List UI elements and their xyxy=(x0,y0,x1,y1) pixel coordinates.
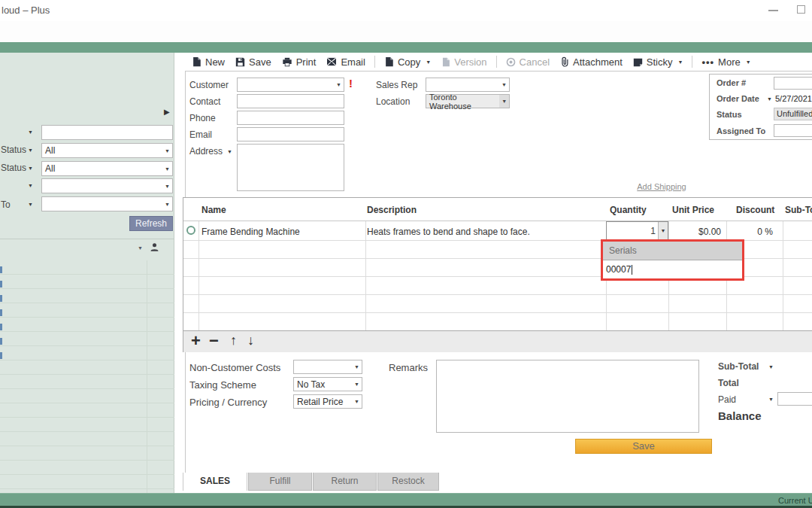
pricing-currency-select[interactable]: Retail Price▼ xyxy=(293,394,362,409)
taxing-scheme-select[interactable]: No Tax▼ xyxy=(293,377,362,391)
tab-fulfill[interactable]: Fulfill xyxy=(248,473,312,491)
list-item-text-fragment xyxy=(0,324,2,330)
list-item[interactable] xyxy=(0,432,174,446)
printer-icon xyxy=(282,57,292,67)
filter5-label-dropdown-icon[interactable]: ▼ xyxy=(28,202,33,207)
chevron-down-icon: ▼ xyxy=(162,166,172,172)
list-item[interactable] xyxy=(0,260,174,275)
refresh-button[interactable]: Refresh xyxy=(129,216,173,231)
quantity-cell[interactable]: 1 ▼ xyxy=(606,221,668,240)
filter3-value: All xyxy=(45,163,55,174)
phone-input[interactable] xyxy=(237,111,344,125)
tab-restock[interactable]: Restock xyxy=(377,473,439,491)
filter3-select[interactable]: All▼ xyxy=(41,161,173,176)
list-item[interactable] xyxy=(0,346,174,360)
serial-number-input[interactable]: 00007 xyxy=(603,260,742,278)
remove-row-icon[interactable]: − xyxy=(209,331,219,351)
tab-return[interactable]: Return xyxy=(313,473,377,491)
list-item[interactable] xyxy=(0,318,174,332)
item-name[interactable]: Frame Bending Machine xyxy=(201,227,300,237)
order-save-button[interactable]: Save xyxy=(575,439,712,454)
save-button[interactable]: Save xyxy=(235,56,271,68)
taxing-scheme-label: Taxing Scheme xyxy=(189,379,256,391)
item-discount[interactable]: 0 % xyxy=(726,227,773,237)
list-item[interactable] xyxy=(0,461,174,475)
non-customer-costs-select[interactable]: ▼ xyxy=(293,360,362,374)
list-item[interactable] xyxy=(0,303,174,318)
sort-dropdown-icon[interactable]: ▼ xyxy=(138,245,143,251)
tab-sales[interactable]: SALES xyxy=(183,473,247,491)
copy-button[interactable]: Copy ▼ xyxy=(384,56,431,68)
cancel-button[interactable]: Cancel xyxy=(506,56,550,68)
serials-popup: Serials 00007 xyxy=(601,239,744,281)
filter4-label-dropdown-icon[interactable]: ▼ xyxy=(28,183,33,188)
filter2-label: Status xyxy=(1,144,26,155)
filter5-select[interactable]: ▼ xyxy=(41,196,173,211)
list-item[interactable] xyxy=(0,403,174,418)
new-button[interactable]: New xyxy=(192,56,225,68)
list-item[interactable] xyxy=(0,389,174,403)
address-dropdown-icon[interactable]: ▼ xyxy=(227,149,232,154)
filter1-input[interactable] xyxy=(41,125,173,140)
filter4-select[interactable]: ▼ xyxy=(41,178,173,193)
order-date-value[interactable]: 5/27/2021 xyxy=(775,94,812,103)
list-item[interactable] xyxy=(0,446,174,461)
person-icon[interactable] xyxy=(150,242,159,255)
sales-rep-select[interactable]: ▼ xyxy=(426,78,510,92)
chevron-down-icon: ▼ xyxy=(162,148,172,154)
col-header-name: Name xyxy=(201,205,226,215)
list-item[interactable] xyxy=(0,418,174,432)
paid-label: Paid xyxy=(718,394,736,405)
print-button[interactable]: Print xyxy=(282,56,317,68)
address-textarea[interactable] xyxy=(237,144,344,191)
customer-select[interactable]: ▼ xyxy=(237,78,344,92)
filter3-label-dropdown-icon[interactable]: ▼ xyxy=(28,166,33,171)
list-item[interactable] xyxy=(0,475,174,489)
paid-input[interactable] xyxy=(777,392,812,406)
order-number-label: Order # xyxy=(717,78,746,87)
move-up-icon[interactable]: ↑ xyxy=(230,333,237,348)
chevron-down-icon: ▼ xyxy=(352,382,362,387)
list-item[interactable] xyxy=(0,360,174,375)
sticky-button[interactable]: Sticky ▼ xyxy=(633,56,683,68)
contact-input[interactable] xyxy=(237,94,344,108)
paid-dropdown-icon[interactable]: ▼ xyxy=(768,397,774,402)
location-label: Location xyxy=(376,96,410,107)
cancel-icon xyxy=(506,57,516,67)
paperclip-icon xyxy=(560,56,569,67)
list-item[interactable] xyxy=(0,275,174,289)
list-item[interactable] xyxy=(0,332,174,346)
order-number-input[interactable] xyxy=(774,77,812,90)
filter1-dropdown-icon[interactable]: ▼ xyxy=(28,129,33,135)
item-description[interactable]: Heats frames to bend and shape to face. xyxy=(367,227,530,237)
list-item[interactable] xyxy=(0,289,174,303)
restore-icon[interactable] xyxy=(797,5,805,14)
sidebar-collapse-icon[interactable]: ▶ xyxy=(164,108,170,116)
order-date-dropdown-icon[interactable]: ▼ xyxy=(767,96,772,102)
more-button[interactable]: ••• More ▼ xyxy=(701,56,750,68)
sub-total-dropdown-icon[interactable]: ▼ xyxy=(768,364,774,370)
attachment-button[interactable]: Attachment xyxy=(560,56,623,68)
add-shipping-link[interactable]: Add Shipping xyxy=(632,182,692,191)
list-item[interactable] xyxy=(0,375,174,389)
row-selector-icon[interactable] xyxy=(186,226,195,235)
add-row-icon[interactable]: + xyxy=(191,331,201,351)
version-button[interactable]: Version xyxy=(441,56,486,68)
chevron-down-icon[interactable]: ▼ xyxy=(658,222,668,239)
order-status-value: Unfulfilled, xyxy=(774,108,812,120)
filter5-label: To xyxy=(1,199,11,210)
filter2-select[interactable]: All▼ xyxy=(41,143,173,158)
filter2-value: All xyxy=(45,145,55,156)
email-button[interactable]: Email xyxy=(326,56,365,68)
item-unit-price[interactable]: $0.00 xyxy=(668,227,721,237)
minimize-icon[interactable] xyxy=(768,10,778,11)
move-down-icon[interactable]: ↓ xyxy=(247,333,254,348)
filter2-label-dropdown-icon[interactable]: ▼ xyxy=(28,148,33,153)
col-header-description: Description xyxy=(367,205,417,215)
chevron-down-icon: ▼ xyxy=(426,59,431,65)
email-input[interactable] xyxy=(237,127,344,141)
assigned-to-input[interactable] xyxy=(774,124,812,137)
location-select[interactable]: Toronto Warehouse▼ xyxy=(426,94,510,108)
order-list xyxy=(0,260,174,508)
remarks-textarea[interactable] xyxy=(436,360,699,433)
